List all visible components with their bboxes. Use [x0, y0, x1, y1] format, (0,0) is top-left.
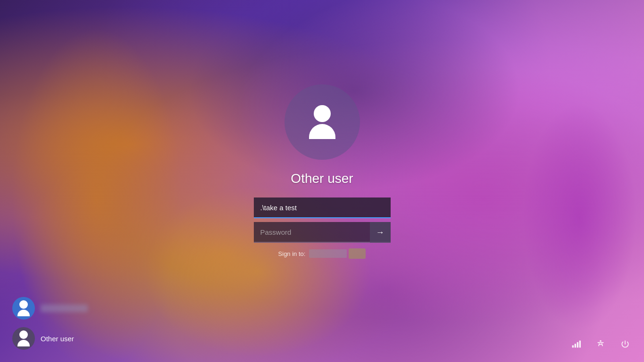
avatar-head	[314, 105, 331, 122]
password-wrapper: →	[254, 222, 391, 243]
current-user-avatar-icon	[17, 300, 30, 316]
user-list: Other user	[9, 294, 93, 353]
svg-rect-0	[572, 346, 574, 348]
username-input[interactable]	[254, 197, 391, 218]
current-user-item[interactable]	[9, 294, 93, 322]
domain-text-blurred	[309, 249, 347, 258]
svg-rect-3	[579, 341, 581, 348]
av-head	[19, 300, 28, 309]
power-svg	[620, 339, 630, 349]
avatar-icon	[303, 103, 341, 141]
sign-in-domain	[309, 248, 366, 259]
av-body	[17, 310, 30, 316]
other-av-body	[17, 340, 30, 346]
other-user-item[interactable]: Other user	[9, 324, 93, 353]
other-user-label: Other user	[41, 335, 74, 343]
svg-point-4	[600, 340, 601, 342]
network-icon[interactable]	[569, 337, 584, 352]
current-user-avatar	[12, 297, 35, 320]
sign-in-label: Sign in to:	[278, 250, 306, 257]
network-svg	[571, 339, 581, 349]
login-container: Other user → Sign in to:	[254, 84, 391, 259]
user-avatar-large	[284, 84, 360, 160]
power-icon[interactable]	[618, 337, 633, 352]
domain-badge	[349, 248, 366, 259]
arrow-icon: →	[376, 228, 385, 238]
svg-rect-2	[577, 342, 578, 348]
accessibility-svg	[596, 339, 605, 349]
avatar-body	[309, 124, 335, 139]
other-user-avatar-icon	[17, 330, 30, 346]
current-user-name-blurred	[41, 304, 88, 312]
sign-in-row: Sign in to:	[278, 248, 366, 259]
other-av-head	[19, 330, 28, 339]
username-title: Other user	[291, 171, 353, 186]
accessibility-icon[interactable]	[593, 337, 608, 352]
svg-rect-1	[575, 344, 576, 347]
submit-button[interactable]: →	[370, 222, 391, 243]
system-icons	[569, 337, 633, 352]
other-user-avatar	[12, 327, 35, 350]
